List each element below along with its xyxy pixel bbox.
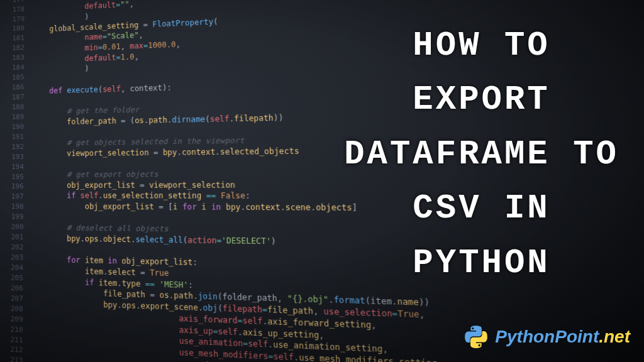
title-line-5: PYTHON — [344, 236, 619, 290]
title-line-3: DATAFRAME TO — [344, 128, 619, 182]
line-number-gutter: 177 178 179 180 181 182 183 184 185 186 … — [8, 0, 32, 362]
title-line-2: EXPORT — [344, 73, 619, 127]
python-logo-icon — [462, 323, 490, 351]
logo-text-prefix: PythonPoint — [495, 327, 599, 346]
title-line-1: HOW TO — [344, 19, 619, 73]
title-overlay: HOW TO EXPORT DATAFRAME TO CSV IN PYTHON — [344, 19, 619, 290]
site-logo: PythonPoint.net — [462, 323, 630, 351]
logo-text-suffix: .net — [599, 327, 630, 346]
title-line-4: CSV IN — [344, 182, 619, 236]
site-logo-text: PythonPoint.net — [495, 327, 630, 347]
